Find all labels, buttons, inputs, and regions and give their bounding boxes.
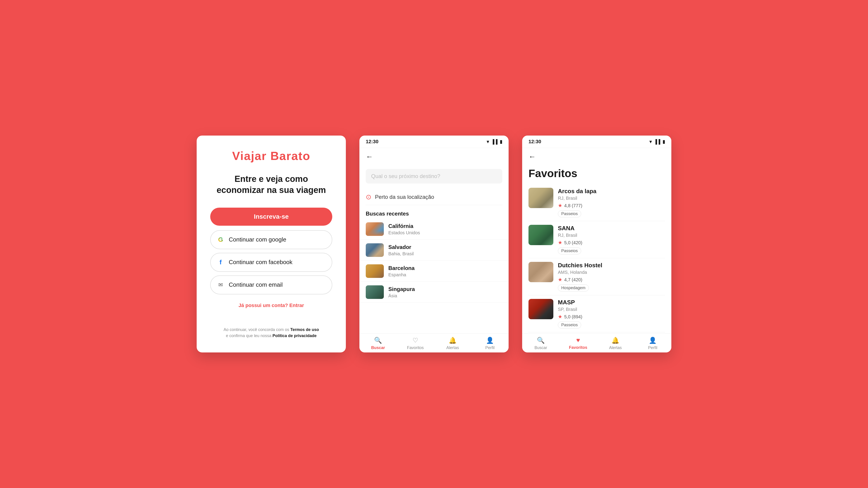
search-results-list: Califórnia Estados Unidos Salvador Bahia… — [360, 219, 508, 333]
sana-tag: Passeios — [558, 248, 581, 254]
fav-item-dutchies[interactable]: Dutchies Hostel AMS, Holanda ★ 4,7 (420)… — [528, 258, 665, 295]
masp-star: ★ — [558, 314, 562, 320]
search-input-container[interactable]: Qual o seu próximo destino? — [366, 169, 502, 184]
salvador-thumb — [366, 243, 384, 257]
battery-icon: ▮ — [500, 139, 502, 144]
search-item-barcelona[interactable]: Barcelona Espanha — [360, 261, 508, 282]
facebook-icon: f — [216, 258, 225, 267]
fav-nav-favoritos-label: Favoritos — [569, 345, 587, 350]
search-placeholder: Qual o seu próximo destino? — [371, 173, 440, 180]
arcos-location: RJ, Brasil — [558, 196, 665, 201]
masp-tag: Passeios — [558, 322, 581, 328]
nav-alertas-label: Alertas — [446, 346, 459, 350]
nav-favoritos-label: Favoritos — [407, 346, 424, 350]
near-location-row[interactable]: ⊙ Perto da sua localização — [366, 189, 502, 205]
fav-back-button[interactable]: ← — [528, 153, 536, 161]
masp-rating: ★ 5,0 (894) — [558, 314, 665, 320]
fav-nav-perfil[interactable]: 👤 Perfil — [634, 337, 671, 350]
nav-alertas[interactable]: 🔔 Alertas — [434, 337, 471, 350]
fav-search-nav-icon: 🔍 — [537, 337, 545, 344]
nav-buscar[interactable]: 🔍 Buscar — [360, 337, 397, 350]
arcos-rating: ★ 4,8 (777) — [558, 203, 665, 208]
dutchies-thumb — [528, 262, 553, 282]
sana-name: SANA — [558, 225, 665, 232]
google-login-button[interactable]: G Continuar com google — [210, 230, 332, 249]
masp-info: MASP SP, Brasil ★ 5,0 (894) Passeios — [558, 299, 665, 328]
dutchies-name: Dutchies Hostel — [558, 262, 665, 269]
barcelona-thumb — [366, 264, 384, 278]
california-name: Califórnia — [388, 223, 420, 229]
favorites-screen: 12:30 ▾ ▐▐ ▮ ← Favoritos Arcos da lapa R… — [522, 135, 671, 352]
barcelona-sub: Espanha — [388, 272, 414, 278]
masp-thumb — [528, 299, 553, 319]
privacy-link[interactable]: Política de privacidade — [273, 333, 317, 338]
bottom-nav-search: 🔍 Buscar ♡ Favoritos 🔔 Alertas 👤 Perfil — [360, 333, 508, 352]
fav-profile-nav-icon: 👤 — [649, 337, 657, 344]
singapore-sub: Ásia — [388, 293, 415, 298]
sana-star: ★ — [558, 240, 562, 246]
sana-rating-text: 5,0 (420) — [564, 240, 582, 246]
favorites-list: Arcos da lapa RJ, Brasil ★ 4,8 (777) Pas… — [522, 184, 671, 333]
bell-nav-icon: 🔔 — [449, 337, 457, 344]
fav-item-sana[interactable]: SANA RJ, Brasil ★ 5,0 (420) Passeios — [528, 221, 665, 258]
fav-wifi-icon: ▾ — [649, 139, 652, 144]
terms-link[interactable]: Termos de uso — [290, 327, 319, 332]
fav-nav-perfil-label: Perfil — [648, 346, 657, 350]
arcos-thumb — [528, 188, 553, 208]
status-bar: 12:30 ▾ ▐▐ ▮ — [360, 135, 508, 148]
google-icon: G — [216, 235, 225, 244]
nav-perfil[interactable]: 👤 Perfil — [471, 337, 508, 350]
search-item-singapore[interactable]: Singapura Ásia — [360, 282, 508, 303]
salvador-name: Salvador — [388, 244, 414, 250]
sana-info: SANA RJ, Brasil ★ 5,0 (420) Passeios — [558, 225, 665, 254]
fav-header: ← — [522, 148, 671, 165]
nav-favoritos[interactable]: ♡ Favoritos — [397, 337, 434, 350]
dutchies-info: Dutchies Hostel AMS, Holanda ★ 4,7 (420)… — [558, 262, 665, 291]
search-screen: 12:30 ▾ ▐▐ ▮ ← Qual o seu próximo destin… — [360, 135, 508, 352]
fav-item-arcos[interactable]: Arcos da lapa RJ, Brasil ★ 4,8 (777) Pas… — [528, 184, 665, 221]
singapore-name: Singapura — [388, 286, 415, 292]
fav-nav-alertas-label: Alertas — [609, 346, 622, 350]
search-item-california[interactable]: Califórnia Estados Unidos — [360, 219, 508, 240]
email-icon: ✉ — [216, 281, 225, 289]
singapore-info: Singapura Ásia — [388, 286, 415, 298]
email-login-button[interactable]: ✉ Continuar com email — [210, 275, 332, 294]
fav-signal-icon: ▐▐ — [654, 139, 660, 144]
facebook-login-button[interactable]: f Continuar com facebook — [210, 253, 332, 272]
profile-nav-icon: 👤 — [486, 337, 494, 344]
fav-status-bar: 12:30 ▾ ▐▐ ▮ — [522, 135, 671, 148]
dutchies-star: ★ — [558, 277, 562, 283]
dutchies-rating-text: 4,7 (420) — [564, 277, 582, 283]
login-headline: Entre e veja como economizar na sua viag… — [210, 173, 332, 196]
arcos-star: ★ — [558, 203, 562, 208]
login-link[interactable]: Entrar — [289, 302, 304, 308]
search-item-salvador[interactable]: Salvador Bahia, Brasil — [360, 240, 508, 261]
login-screen: Viajar Barato Entre e veja como economiz… — [197, 135, 346, 352]
fav-nav-buscar[interactable]: 🔍 Buscar — [522, 337, 559, 350]
fav-heart-nav-icon: ♥ — [576, 337, 580, 344]
dutchies-tag: Hospedagem — [558, 285, 589, 291]
status-icons: ▾ ▐▐ ▮ — [487, 139, 502, 144]
salvador-sub: Bahia, Brasil — [388, 251, 414, 256]
california-info: Califórnia Estados Unidos — [388, 223, 420, 235]
fav-nav-alertas[interactable]: 🔔 Alertas — [597, 337, 634, 350]
arcos-rating-text: 4,8 (777) — [564, 203, 582, 208]
signup-button[interactable]: Inscreva-se — [210, 207, 332, 226]
sana-location: RJ, Brasil — [558, 233, 665, 238]
bottom-nav-favorites: 🔍 Buscar ♥ Favoritos 🔔 Alertas 👤 Perfil — [522, 333, 671, 352]
arcos-tag: Passeios — [558, 210, 581, 217]
nav-buscar-label: Buscar — [371, 346, 385, 350]
location-pin-icon: ⊙ — [366, 193, 371, 201]
back-button[interactable]: ← — [366, 153, 373, 161]
barcelona-info: Barcelona Espanha — [388, 265, 414, 278]
dutchies-rating: ★ 4,7 (420) — [558, 277, 665, 283]
masp-name: MASP — [558, 299, 665, 306]
fav-bell-nav-icon: 🔔 — [612, 337, 619, 344]
status-time: 12:30 — [366, 139, 378, 144]
recent-searches-title: Buscas recentes — [360, 207, 508, 219]
california-thumb — [366, 222, 384, 236]
arcos-name: Arcos da lapa — [558, 188, 665, 195]
fav-nav-buscar-label: Buscar — [534, 346, 547, 350]
fav-nav-favoritos[interactable]: ♥ Favoritos — [559, 337, 597, 350]
fav-item-masp[interactable]: MASP SP, Brasil ★ 5,0 (894) Passeios — [528, 295, 665, 332]
